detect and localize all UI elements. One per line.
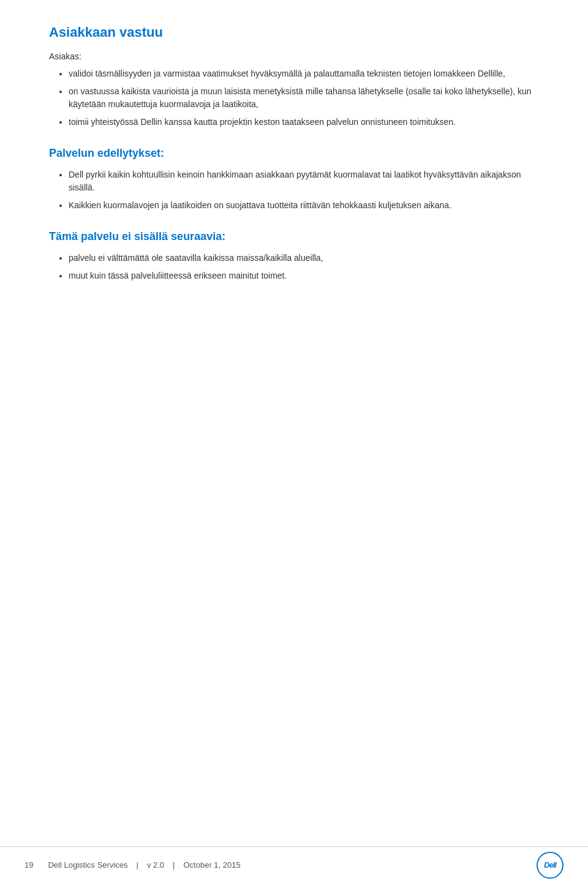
footer-version: v 2.0 xyxy=(147,860,164,870)
footer-right: Dell xyxy=(537,852,564,879)
page-content: Asiakkaan vastuu Asiakas: validoi täsmäl… xyxy=(0,0,588,350)
list-item: muut kuin tässä palveluliitteessä erikse… xyxy=(69,269,539,282)
footer-sep2: | xyxy=(173,860,175,870)
footer-sep1: | xyxy=(137,860,138,870)
section3-bullet-list: palvelu ei välttämättä ole saatavilla ka… xyxy=(69,252,539,282)
list-item: Kaikkien kuormalavojen ja laatikoiden on… xyxy=(69,199,539,212)
section2-bullet-list: Dell pyrkii kaikin kohtuullisin keinoin … xyxy=(69,168,539,212)
page-number: 19 xyxy=(24,860,33,870)
list-item: toimii yhteistyössä Dellin kanssa kautta… xyxy=(69,116,539,129)
footer-date: October 1, 2015 xyxy=(183,860,240,870)
list-item: validoi täsmällisyyden ja varmistaa vaat… xyxy=(69,67,539,80)
list-item: on vastuussa kaikista vaurioista ja muun… xyxy=(69,85,539,111)
intro-label: Asiakas: xyxy=(49,51,539,61)
footer-company: Dell Logistics Services xyxy=(48,860,127,870)
list-item: palvelu ei välttämättä ole saatavilla ka… xyxy=(69,252,539,265)
page-footer: 19 Dell Logistics Services | v 2.0 | Oct… xyxy=(0,846,588,883)
main-heading: Asiakkaan vastuu xyxy=(49,24,539,40)
footer-left: 19 Dell Logistics Services | v 2.0 | Oct… xyxy=(24,860,241,870)
list-item: Dell pyrkii kaikin kohtuullisin keinoin … xyxy=(69,168,539,194)
dell-logo: Dell xyxy=(537,852,564,879)
main-bullet-list: validoi täsmällisyyden ja varmistaa vaat… xyxy=(69,67,539,129)
section2-heading: Palvelun edellytykset: xyxy=(49,147,539,160)
section3-heading: Tämä palvelu ei sisällä seuraavia: xyxy=(49,230,539,243)
